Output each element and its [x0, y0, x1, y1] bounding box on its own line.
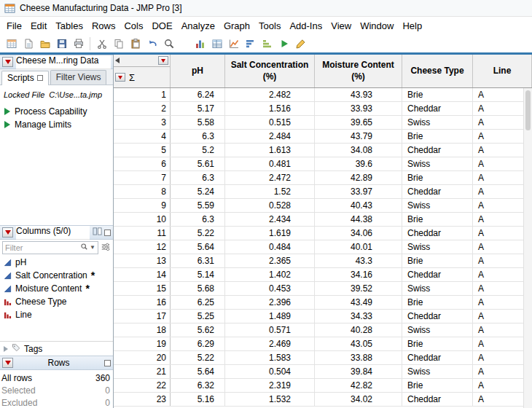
cell-salt[interactable]: 2.482: [225, 88, 315, 101]
rows-stat-selected[interactable]: Selected 0: [1, 384, 110, 396]
cell-ph[interactable]: 5.62: [171, 323, 225, 337]
cell-salt[interactable]: 2.472: [225, 171, 315, 184]
cut-button[interactable]: [93, 36, 110, 52]
table-row[interactable]: 35.580.51539.65SwissA: [114, 116, 532, 130]
row-number[interactable]: 10: [114, 213, 171, 226]
collapse-panel-icon[interactable]: [115, 58, 120, 63]
cell-cheese[interactable]: Brie: [402, 254, 473, 267]
cell-moisture[interactable]: 39.65: [315, 116, 402, 129]
row-number[interactable]: 4: [114, 130, 171, 143]
row-number[interactable]: 22: [114, 379, 171, 392]
row-number[interactable]: 15: [114, 282, 171, 295]
cell-moisture[interactable]: 34.06: [315, 227, 402, 240]
cell-salt[interactable]: 1.402: [225, 268, 315, 281]
cell-salt[interactable]: 0.453: [225, 282, 315, 295]
cell-cheese[interactable]: Swiss: [402, 157, 473, 170]
cell-moisture[interactable]: 43.49: [315, 296, 402, 309]
cell-ph[interactable]: 6.3: [171, 213, 225, 226]
cell-salt[interactable]: 1.613: [225, 144, 315, 157]
cell-ph[interactable]: 5.58: [171, 116, 225, 129]
column-item-ph[interactable]: pH: [0, 256, 113, 269]
cell-ph[interactable]: 5.61: [171, 157, 225, 170]
chevron-down-icon[interactable]: ▼: [90, 245, 95, 251]
tabulate-button[interactable]: [208, 36, 225, 52]
table-row[interactable]: 205.221.58333.88CheddarA: [114, 351, 532, 365]
tab-scripts[interactable]: Scripts: [1, 71, 49, 85]
table-row[interactable]: 235.161.53234.02CheddarA: [114, 393, 532, 407]
scrollbar-thumb[interactable]: [525, 90, 531, 130]
tab-filter-views[interactable]: Filter Views: [50, 70, 107, 85]
cell-cheese[interactable]: Swiss: [402, 199, 473, 212]
cell-cheese[interactable]: Swiss: [402, 240, 473, 254]
cell-moisture[interactable]: 42.82: [315, 379, 402, 392]
zoom-button[interactable]: [160, 36, 177, 52]
menu-graph[interactable]: Graph: [219, 17, 254, 34]
cell-ph[interactable]: 6.3: [171, 171, 225, 184]
cell-cheese[interactable]: Cheddar: [402, 227, 473, 240]
row-number[interactable]: 17: [114, 310, 171, 323]
table-row[interactable]: 95.590.52840.43SwissA: [114, 199, 532, 213]
annotate-button[interactable]: [292, 36, 309, 52]
column-filter-input[interactable]: Filter ▼: [2, 241, 98, 254]
cell-salt[interactable]: 2.484: [225, 130, 315, 143]
row-number[interactable]: 9: [114, 199, 171, 212]
table-row[interactable]: 175.251.48934.33CheddarA: [114, 310, 532, 323]
cell-ph[interactable]: 5.16: [171, 393, 225, 406]
cell-cheese[interactable]: Cheddar: [402, 185, 473, 198]
row-number[interactable]: 19: [114, 337, 171, 350]
distribution-button[interactable]: [192, 36, 208, 52]
cell-moisture[interactable]: 34.33: [315, 310, 402, 323]
run-script-button[interactable]: [275, 36, 292, 52]
menu-rows[interactable]: Rows: [87, 17, 120, 34]
rows-menu-button[interactable]: [115, 73, 125, 82]
cell-ph[interactable]: 5.24: [171, 185, 225, 198]
cell-salt[interactable]: 2.319: [225, 379, 315, 392]
cell-salt[interactable]: 0.481: [225, 157, 315, 170]
cell-moisture[interactable]: 44.38: [315, 213, 402, 226]
cell-salt[interactable]: 0.484: [225, 240, 315, 254]
cell-moisture[interactable]: 40.28: [315, 323, 402, 337]
cell-salt[interactable]: 0.528: [225, 199, 315, 212]
table-row[interactable]: 115.221.61934.06CheddarA: [114, 227, 532, 240]
cell-ph[interactable]: 6.31: [171, 254, 225, 267]
table-row[interactable]: 106.32.43444.38BrieA: [114, 213, 532, 227]
cell-moisture[interactable]: 39.84: [315, 365, 402, 378]
cell-cheese[interactable]: Swiss: [402, 323, 473, 337]
cell-salt[interactable]: 1.532: [225, 393, 315, 406]
cell-moisture[interactable]: 34.16: [315, 268, 402, 281]
cell-cheese[interactable]: Cheddar: [402, 310, 473, 323]
column-item-moisture-content[interactable]: Moisture Content*: [0, 282, 113, 295]
sort-bars-button[interactable]: [242, 36, 259, 52]
cell-salt[interactable]: 1.583: [225, 351, 315, 364]
cell-ph[interactable]: 5.14: [171, 268, 225, 281]
row-number[interactable]: 18: [114, 323, 171, 337]
table-row[interactable]: 215.640.50439.84SwissA: [114, 365, 532, 379]
cell-moisture[interactable]: 43.05: [315, 337, 402, 350]
row-number[interactable]: 2: [114, 102, 171, 115]
cell-ph[interactable]: 6.24: [171, 88, 225, 101]
cell-ph[interactable]: 5.17: [171, 102, 225, 115]
cell-moisture[interactable]: 42.89: [315, 171, 402, 184]
row-number[interactable]: 14: [114, 268, 171, 281]
menu-add-ins[interactable]: Add-Ins: [285, 17, 326, 34]
rows-panel-menu-button[interactable]: [2, 358, 13, 368]
cell-cheese[interactable]: Brie: [402, 213, 473, 226]
cell-cheese[interactable]: Brie: [402, 171, 473, 184]
table-row[interactable]: 196.292.46943.05BrieA: [114, 337, 532, 351]
row-number[interactable]: 23: [114, 393, 171, 406]
cell-salt[interactable]: 1.489: [225, 310, 315, 323]
cell-moisture[interactable]: 40.01: [315, 240, 402, 254]
panel-checkbox-icon[interactable]: [104, 360, 111, 366]
summary-sigma-icon[interactable]: Σ: [129, 72, 135, 83]
cell-moisture[interactable]: 33.93: [315, 102, 402, 115]
column-header-ph[interactable]: pH: [171, 55, 225, 87]
table-row[interactable]: 25.171.51633.93CheddarA: [114, 102, 532, 116]
menu-tools[interactable]: Tools: [254, 17, 285, 34]
cell-cheese[interactable]: Brie: [402, 296, 473, 309]
column-switcher-icon[interactable]: [93, 227, 102, 238]
row-number[interactable]: 16: [114, 296, 171, 309]
cell-cheese[interactable]: Brie: [402, 379, 473, 392]
row-number[interactable]: 20: [114, 351, 171, 364]
table-row[interactable]: 76.32.47242.89BrieA: [114, 171, 532, 185]
menu-cols[interactable]: Cols: [120, 17, 147, 34]
